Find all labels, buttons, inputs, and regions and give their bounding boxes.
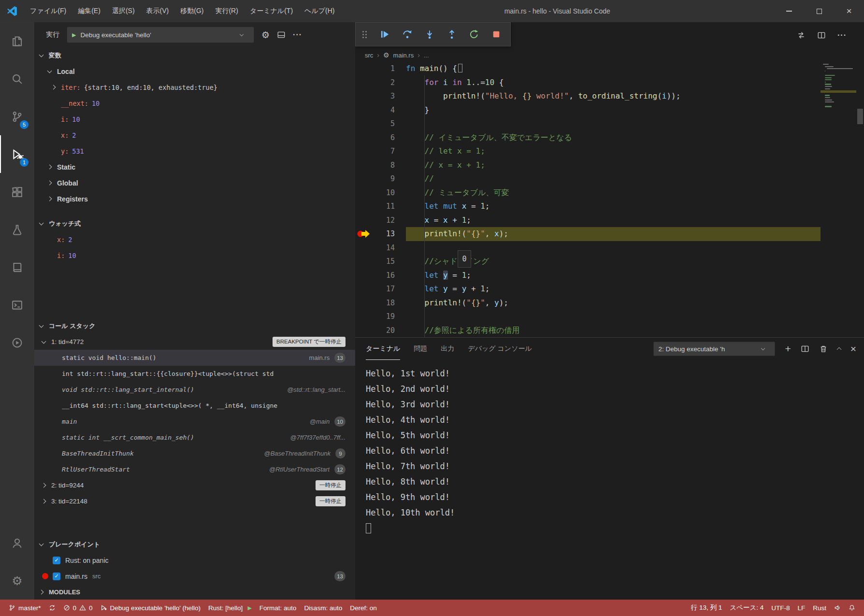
drag-handle[interactable]	[362, 31, 367, 38]
code-line[interactable]: 14	[355, 241, 864, 255]
gutter[interactable]	[355, 269, 374, 283]
checkbox-icon[interactable]: ✓	[53, 573, 60, 580]
code-line[interactable]: 2 for i in 1..=10 {	[355, 76, 864, 90]
panel-tab[interactable]: 問題	[414, 338, 427, 360]
more-actions-icon[interactable]: ···	[293, 30, 302, 39]
close-button[interactable]: ×	[834, 0, 864, 22]
code-line[interactable]: 20 //参照による所有権の借用	[355, 324, 864, 338]
gutter[interactable]	[355, 282, 374, 296]
gutter[interactable]	[355, 89, 374, 103]
watch-row[interactable]: i: 10	[34, 247, 355, 263]
stack-frame-row[interactable]: static void hello::main()main.rs13	[34, 350, 355, 366]
kill-terminal-icon[interactable]	[819, 344, 828, 353]
menu-item[interactable]: 実行(R)	[209, 3, 244, 19]
menu-item[interactable]: ターミナル(T)	[244, 3, 299, 19]
minimize-button[interactable]	[774, 0, 804, 22]
rust-session-item[interactable]: Rust: [hello] ▶	[204, 600, 256, 616]
indentation-item[interactable]: スペース: 4	[726, 600, 767, 616]
debug-target-item[interactable]: Debug executable 'hello' (hello)	[97, 600, 205, 616]
gutter[interactable]	[355, 172, 374, 186]
code-line[interactable]: 1fn main() {	[355, 62, 864, 76]
menu-item[interactable]: 選択(S)	[106, 3, 141, 19]
callstack-section-header[interactable]: コール スタック	[34, 318, 355, 334]
gutter[interactable]	[355, 310, 374, 324]
maximize-panel-icon[interactable]	[837, 346, 841, 351]
breakpoint-row[interactable]: ✓main.rssrc13	[34, 568, 355, 584]
stack-frame-row[interactable]: int std::rt::lang_start::{{closure}}<tup…	[34, 366, 355, 382]
stack-frame-row[interactable]: main@main10	[34, 414, 355, 430]
menu-item[interactable]: ヘルプ(H)	[299, 3, 340, 19]
gutter[interactable]	[355, 131, 374, 145]
deref-item[interactable]: Deref: on	[346, 600, 381, 616]
stack-frame-row[interactable]: static int __scrt_common_main_seh()@7ff7…	[34, 430, 355, 445]
modules-section-header[interactable]: MODULES	[34, 584, 355, 600]
thread-row[interactable]: 2: tid=9244一時停止	[34, 477, 355, 493]
scope-row[interactable]: Registers	[34, 191, 355, 207]
encoding-item[interactable]: UTF-8	[767, 600, 793, 616]
gutter[interactable]	[355, 200, 374, 214]
activity-extensions[interactable]	[0, 173, 34, 211]
variables-section-header[interactable]: 変数	[34, 47, 355, 63]
debug-session-select[interactable]: 2: Debug executable 'h	[653, 342, 775, 356]
more-actions-icon[interactable]: ···	[837, 31, 847, 40]
stack-frame-row[interactable]: BaseThreadInitThunk@BaseThreadInitThunk9	[34, 445, 355, 461]
split-editor-icon[interactable]	[817, 31, 826, 40]
activity-explorer[interactable]	[0, 22, 34, 60]
gutter[interactable]	[355, 144, 374, 158]
menu-item[interactable]: ファイル(F)	[24, 3, 72, 19]
code-line[interactable]: 12 x = x + 1;	[355, 214, 864, 228]
watch-row[interactable]: x: 2	[34, 231, 355, 247]
menu-item[interactable]: 編集(E)	[72, 3, 106, 19]
thread-row[interactable]: 3: tid=22148一時停止	[34, 493, 355, 509]
code-line[interactable]: 9 //	[355, 172, 864, 186]
scrollbar-thumb[interactable]	[857, 109, 863, 124]
debug-console-icon[interactable]	[277, 30, 286, 39]
code-line[interactable]: 10 // ミュータブル、可変	[355, 186, 864, 200]
gutter[interactable]	[355, 324, 374, 338]
code-line[interactable]: 16 let y = 1;	[355, 269, 864, 283]
panel-tab[interactable]: ターミナル	[366, 338, 400, 360]
terminal-output[interactable]: Hello, 1st world!Hello, 2nd world!Hello,…	[355, 360, 864, 600]
gutter[interactable]	[355, 103, 374, 117]
compare-icon[interactable]	[797, 31, 806, 40]
notifications-item[interactable]	[845, 600, 859, 616]
activity-accounts[interactable]	[0, 524, 34, 562]
code-line[interactable]: 7 // let x = 1;	[355, 144, 864, 158]
branch-item[interactable]: master*	[5, 600, 45, 616]
activity-run-debug[interactable]: 1	[0, 135, 34, 173]
activity-console[interactable]	[0, 286, 34, 324]
checkbox-icon[interactable]: ✓	[53, 557, 60, 564]
stack-frame-row[interactable]: RtlUserThreadStart@RtlUserThreadStart12	[34, 461, 355, 477]
gear-icon[interactable]: ⚙	[261, 29, 270, 41]
sync-button[interactable]	[45, 600, 59, 616]
code-line[interactable]: 17 let y = y + 1;	[355, 282, 864, 296]
activity-source-control[interactable]: 5	[0, 98, 34, 135]
feedback-item[interactable]	[830, 600, 845, 616]
gutter[interactable]	[355, 214, 374, 228]
panel-tab[interactable]: デバッグ コンソール	[468, 338, 532, 360]
language-item[interactable]: Rust	[809, 600, 830, 616]
code-line[interactable]: 13 println!("{}", x);	[355, 227, 864, 241]
breakpoint-row[interactable]: ✓Rust: on panic	[34, 552, 355, 568]
minimap[interactable]	[821, 62, 856, 337]
gutter[interactable]	[355, 62, 374, 76]
variable-row[interactable]: y: 531	[34, 143, 355, 159]
gutter[interactable]	[355, 76, 374, 90]
code-editor[interactable]: 1fn main() {2 for i in 1..=10 {3 println…	[355, 62, 864, 337]
menu-item[interactable]: 表示(V)	[141, 3, 175, 19]
step-out-button[interactable]	[447, 29, 457, 39]
step-into-button[interactable]	[425, 29, 434, 39]
gutter[interactable]	[355, 296, 374, 310]
format-item[interactable]: Format: auto	[256, 600, 301, 616]
code-line[interactable]: 6 // イミュータブル、不変でエラーとなる	[355, 131, 864, 145]
gutter[interactable]	[355, 255, 374, 269]
code-line[interactable]: 18 println!("{}", y);	[355, 296, 864, 310]
code-line[interactable]: 3 println!("Hello, {} world!", to_ordina…	[355, 89, 864, 103]
breadcrumb-file[interactable]: main.rs	[393, 52, 414, 59]
close-panel-icon[interactable]: ×	[850, 343, 856, 355]
code-line[interactable]: 15 //シャドーイング	[355, 255, 864, 269]
stack-frame-row[interactable]: void std::rt::lang_start_internal()@std:…	[34, 382, 355, 398]
split-terminal-icon[interactable]	[801, 344, 809, 353]
step-over-button[interactable]	[403, 29, 412, 39]
activity-settings[interactable]: ⚙	[0, 562, 34, 600]
